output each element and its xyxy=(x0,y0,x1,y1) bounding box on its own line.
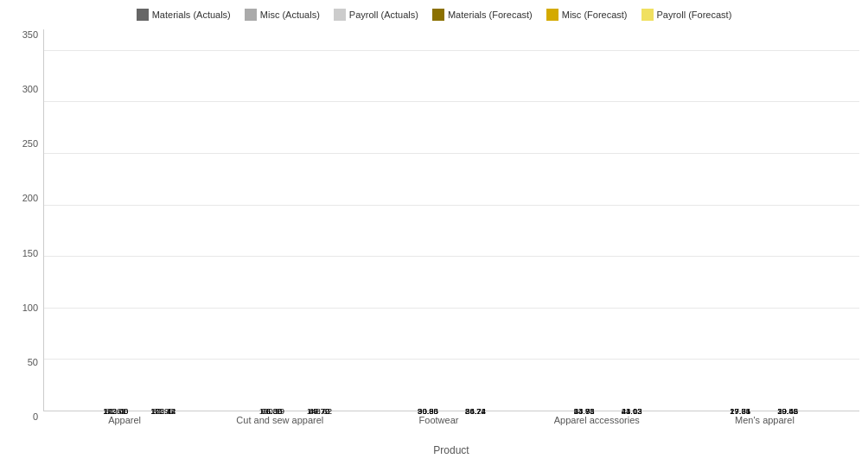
x-axis-label: Product xyxy=(43,444,859,456)
y-tick: 350 xyxy=(22,29,38,40)
chart-legend: Materials (Actuals)Misc (Actuals)Payroll… xyxy=(9,9,859,21)
y-tick: 200 xyxy=(22,193,38,203)
x-tick: Apparel accessories xyxy=(554,415,640,425)
x-tick: Men's apparel xyxy=(735,415,795,425)
y-tick: 0 xyxy=(33,411,38,422)
legend-label: Materials (Forecast) xyxy=(448,10,533,20)
legend-label: Payroll (Actuals) xyxy=(349,10,418,20)
legend-swatch xyxy=(137,9,149,21)
legend-item: Payroll (Forecast) xyxy=(641,9,732,21)
chart-inner: 143.46122.0081.61172.42105.1481.95130.59… xyxy=(43,29,859,456)
y-tick: 300 xyxy=(22,84,38,94)
y-tick: 150 xyxy=(22,248,38,258)
legend-item: Payroll (Actuals) xyxy=(334,9,418,21)
legend-item: Materials (Forecast) xyxy=(432,9,533,21)
legend-label: Misc (Actuals) xyxy=(260,10,320,20)
bars-wrapper: 143.46122.0081.61172.42105.1481.95130.59… xyxy=(44,29,859,411)
legend-swatch xyxy=(334,9,346,21)
x-tick: Cut and sew apparel xyxy=(236,415,323,425)
x-tick: Footwear xyxy=(419,415,459,425)
legend-label: Materials (Actuals) xyxy=(152,10,231,20)
legend-item: Misc (Forecast) xyxy=(546,9,628,21)
y-tick: 50 xyxy=(28,357,38,367)
y-tick: 250 xyxy=(22,138,38,149)
chart-container: Materials (Actuals)Misc (Actuals)Payroll… xyxy=(0,0,868,465)
legend-label: Misc (Forecast) xyxy=(562,10,628,20)
legend-item: Materials (Actuals) xyxy=(137,9,231,21)
bars-area: 143.46122.0081.61172.42105.1481.95130.59… xyxy=(43,29,859,411)
legend-swatch xyxy=(432,9,444,21)
legend-swatch xyxy=(641,9,654,21)
legend-label: Payroll (Forecast) xyxy=(657,10,732,20)
x-axis: ApparelCut and sew apparelFootwearAppare… xyxy=(43,411,859,443)
legend-swatch xyxy=(245,9,257,21)
x-tick: Apparel xyxy=(108,415,141,425)
legend-item: Misc (Actuals) xyxy=(245,9,320,21)
legend-swatch xyxy=(546,9,558,21)
y-axis: 350300250200150100500 xyxy=(9,29,43,456)
y-tick: 100 xyxy=(22,303,38,313)
chart-area: 350300250200150100500 143.46122.0081.611… xyxy=(9,29,859,456)
